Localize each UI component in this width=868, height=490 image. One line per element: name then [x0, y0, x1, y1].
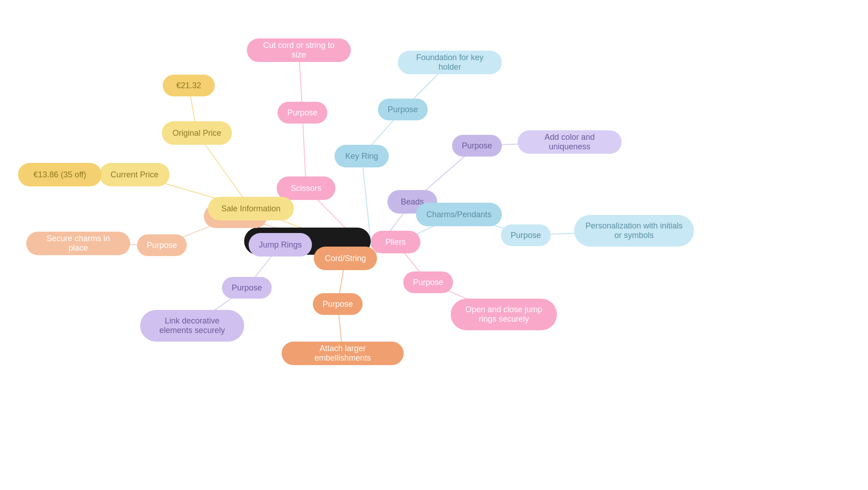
current-price-node[interactable]: Current Price: [99, 163, 170, 186]
link-decorative-node[interactable]: Link decorative elements securely: [140, 310, 244, 342]
jump-rings-node[interactable]: Jump Rings: [249, 233, 312, 257]
charms-node[interactable]: Charms/Pendants: [416, 203, 502, 226]
key-ring-node[interactable]: Key Ring: [335, 145, 389, 167]
key-ring-purpose-node[interactable]: Purpose: [378, 99, 428, 120]
sale-info-node[interactable]: Sale Information: [208, 197, 294, 220]
personalization-node[interactable]: Personalization with initials or symbols: [574, 215, 694, 247]
scissors-purpose-node[interactable]: Purpose: [278, 102, 327, 124]
open-close-node[interactable]: Open and close jump rings securely: [451, 299, 557, 330]
foundation-node[interactable]: Foundation for key holder: [398, 51, 502, 74]
cord-purpose-node[interactable]: Purpose: [313, 293, 363, 315]
charms-purpose-node[interactable]: Purpose: [501, 224, 551, 246]
super-purpose-node[interactable]: Purpose: [137, 234, 187, 256]
secure-charms-node[interactable]: Secure charms in place: [26, 232, 130, 255]
add-color-node[interactable]: Add color and uniqueness: [518, 130, 622, 154]
pliers-node[interactable]: Pliers: [371, 231, 420, 253]
current-value-node[interactable]: €13.86 (35 off): [18, 163, 102, 186]
jump-purpose-node[interactable]: Purpose: [222, 277, 272, 299]
cord-node[interactable]: Cord/String: [314, 247, 377, 270]
pliers-purpose-node[interactable]: Purpose: [403, 271, 453, 293]
scissors-node[interactable]: Scissors: [277, 176, 335, 200]
attach-node[interactable]: Attach larger embellishments: [282, 342, 404, 365]
beads-purpose-node[interactable]: Purpose: [452, 135, 502, 157]
price-value-node[interactable]: €21.32: [163, 75, 215, 96]
original-price-node[interactable]: Original Price: [162, 121, 232, 145]
cut-cord-node[interactable]: Cut cord or string to size: [247, 38, 351, 62]
